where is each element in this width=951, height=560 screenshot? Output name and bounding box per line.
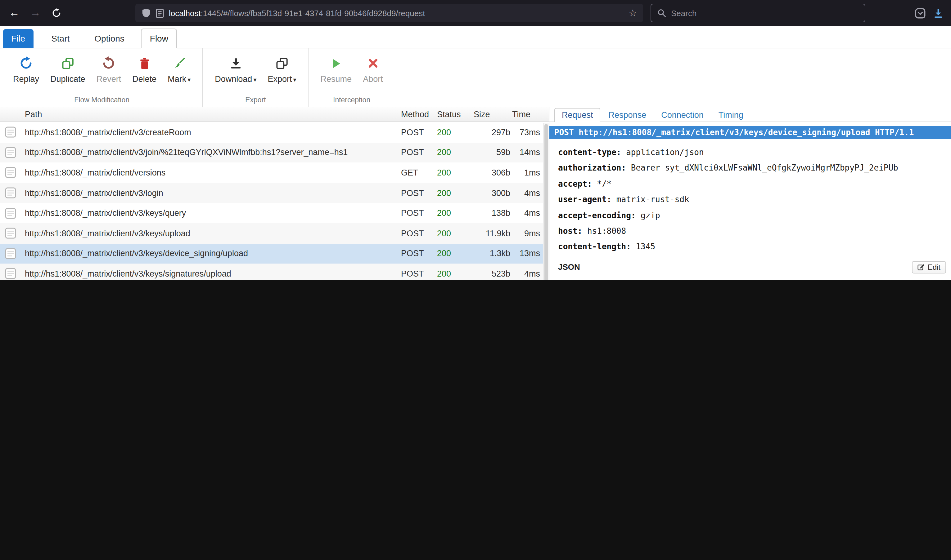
detail-tabs: Request Response Connection Timing: [550, 107, 951, 122]
tab-file[interactable]: File: [3, 29, 33, 48]
tab-response[interactable]: Response: [602, 109, 653, 122]
download-button[interactable]: Download▾: [209, 53, 262, 86]
main-area: Path Method Status Size Time http://hs1:…: [0, 107, 951, 280]
json-line: {: [562, 280, 951, 280]
play-icon: [330, 55, 342, 71]
column-path[interactable]: Path: [21, 110, 401, 119]
column-status[interactable]: Status: [437, 110, 472, 119]
group-caption: Interception: [315, 95, 389, 107]
flow-method: POST: [401, 128, 437, 137]
replay-icon: [19, 55, 33, 71]
json-label: JSON: [558, 263, 580, 272]
caret-down-icon: ▾: [187, 76, 191, 83]
flow-method: POST: [401, 188, 437, 197]
flow-document-icon: [5, 228, 16, 239]
shield-icon: [142, 8, 151, 18]
flow-row[interactable]: http://hs1:8008/_matrix/client/v3/keys/s…: [0, 263, 549, 280]
flow-detail-pane: Request Response Connection Timing POST …: [549, 107, 951, 280]
flow-path: http://hs1:8008/_matrix/client/v3/keys/s…: [21, 269, 401, 278]
column-size[interactable]: Size: [472, 110, 510, 119]
request-header: accept: */*: [558, 176, 951, 192]
request-detail: POST http://hs1:8008/_matrix/client/v3/k…: [550, 122, 951, 280]
caret-down-icon: ▾: [253, 76, 256, 83]
flow-status: 200: [437, 168, 472, 177]
duplicate-icon: [61, 55, 74, 71]
bookmark-star-icon[interactable]: ☆: [628, 8, 637, 18]
request-header: host: hs1:8008: [558, 223, 951, 239]
tab-connection[interactable]: Connection: [654, 109, 710, 122]
flow-row[interactable]: http://hs1:8008/_matrix/client/v3/keys/d…: [0, 243, 549, 263]
page-icon: [156, 8, 164, 18]
flow-method: POST: [401, 148, 437, 157]
json-body[interactable]: { "auth": { "identifier": { "type": "m.i…: [550, 276, 951, 280]
group-export: Download▾ Export▾ Export: [202, 48, 308, 107]
download-icon: [229, 55, 242, 71]
back-button[interactable]: ←: [5, 4, 23, 22]
flow-row[interactable]: http://hs1:8008/_matrix/client/v3/login …: [0, 183, 549, 203]
delete-button[interactable]: Delete: [127, 53, 162, 86]
duplicate-button[interactable]: Duplicate: [45, 53, 91, 86]
group-interception: Resume Abort Interception: [308, 48, 395, 107]
edit-button[interactable]: Edit: [912, 261, 946, 274]
flow-status: 200: [437, 208, 472, 218]
flow-toolbar: Replay Duplicate: [0, 48, 951, 107]
request-header: user-agent: matrix-rust-sdk: [558, 192, 951, 208]
flow-table-header[interactable]: Path Method Status Size Time: [0, 107, 549, 122]
pocket-save-icon[interactable]: [915, 8, 926, 18]
flow-size: 11.9kb: [472, 229, 510, 238]
scrollbar-thumb[interactable]: [544, 124, 548, 280]
flow-path: http://hs1:8008/_matrix/client/v3/keys/d…: [21, 249, 401, 258]
request-line[interactable]: POST http://hs1:8008/_matrix/client/v3/k…: [550, 126, 951, 139]
flow-path: http://hs1:8008/_matrix/client/v3/keys/q…: [21, 208, 401, 218]
flow-row[interactable]: http://hs1:8008/_matrix/client/v3/keys/q…: [0, 203, 549, 223]
forward-button[interactable]: →: [26, 4, 45, 22]
reload-button[interactable]: [47, 4, 66, 22]
flow-path: http://hs1:8008/_matrix/client/v3/join/%…: [21, 148, 401, 157]
revert-button[interactable]: Revert: [91, 53, 127, 86]
tab-start[interactable]: Start: [43, 29, 77, 48]
downloads-icon[interactable]: [933, 8, 943, 18]
group-caption: Flow Modification: [8, 95, 196, 107]
tab-options[interactable]: Options: [86, 29, 133, 48]
trash-icon: [139, 55, 150, 71]
url-bar[interactable]: localhost:1445/#/flows/fba5f13d-91e1-437…: [135, 4, 643, 22]
column-time[interactable]: Time: [510, 110, 549, 119]
browser-toolbar: ← → localhost:1445/#/flows/fba5f13d-91e1…: [0, 0, 951, 26]
replay-button[interactable]: Replay: [8, 53, 45, 86]
flow-size: 1.3kb: [472, 249, 510, 258]
flow-row[interactable]: http://hs1:8008/_matrix/client/v3/join/%…: [0, 142, 549, 163]
request-headers: content-type: application/jsonauthorizat…: [550, 139, 951, 255]
request-header: content-type: application/json: [558, 145, 951, 160]
flow-row[interactable]: http://hs1:8008/_matrix/client/v3/create…: [0, 122, 549, 142]
pencil-icon: [918, 264, 925, 271]
flow-row[interactable]: http://hs1:8008/_matrix/client/v3/keys/u…: [0, 223, 549, 243]
paintbrush-icon: [173, 55, 185, 71]
search-input[interactable]: Search: [650, 4, 865, 22]
flow-document-icon: [5, 248, 16, 259]
flow-status: 200: [437, 249, 472, 258]
column-method[interactable]: Method: [401, 110, 437, 119]
revert-icon: [102, 55, 116, 71]
resume-button[interactable]: Resume: [315, 53, 358, 86]
flow-document-icon: [5, 167, 16, 178]
flow-status: 200: [437, 188, 472, 197]
mark-button[interactable]: Mark▾: [162, 53, 196, 86]
flow-path: http://hs1:8008/_matrix/client/versions: [21, 168, 401, 177]
tab-timing[interactable]: Timing: [712, 109, 750, 122]
flow-method: POST: [401, 229, 437, 238]
flow-method: POST: [401, 249, 437, 258]
flow-status: 200: [437, 269, 472, 278]
tab-flow[interactable]: Flow: [141, 29, 177, 48]
flow-document-icon: [5, 147, 16, 158]
menu-bar: File Start Options Flow: [0, 26, 951, 48]
tab-request[interactable]: Request: [554, 108, 601, 122]
flow-list-pane: Path Method Status Size Time http://hs1:…: [0, 107, 549, 280]
flow-status: 200: [437, 148, 472, 157]
flow-status: 200: [437, 229, 472, 238]
flow-size: 297b: [472, 128, 510, 137]
flow-list-scrollbar[interactable]: [543, 123, 549, 280]
abort-button[interactable]: Abort: [357, 53, 389, 86]
flow-row[interactable]: http://hs1:8008/_matrix/client/versions …: [0, 163, 549, 183]
export-button[interactable]: Export▾: [262, 53, 302, 86]
flow-document-icon: [5, 127, 16, 138]
